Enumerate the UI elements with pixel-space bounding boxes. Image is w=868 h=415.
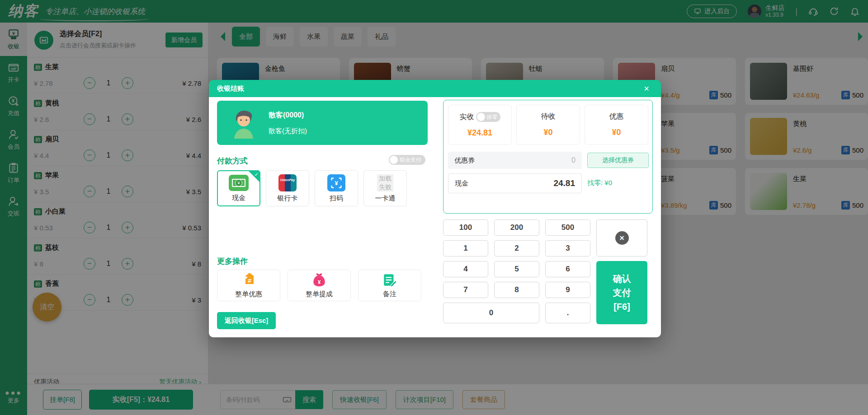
payment-method-onecard[interactable]: 加载失败 一卡通 <box>363 170 407 206</box>
money-bag-icon: ¥ <box>311 272 327 288</box>
key-dot[interactable]: . <box>545 303 590 323</box>
joint-pay-label: 联合支付 <box>400 156 421 164</box>
select-coupon-button[interactable]: 选择优惠券 <box>587 153 649 168</box>
key-100[interactable]: 100 <box>443 219 488 236</box>
received-label: 实收 <box>460 112 474 122</box>
key-6[interactable]: 6 <box>545 261 590 277</box>
member-avatar-illustration <box>228 107 259 139</box>
check-icon: ✓ <box>249 171 259 182</box>
confirm-pay-button[interactable]: 确认支付[F6] <box>596 261 647 324</box>
cash-icon <box>229 175 249 191</box>
back-to-cashier-button[interactable]: 返回收银[Esc] <box>217 312 276 329</box>
payment-summary-box: 实收 抹零 ¥24.81 待收 ¥0 优惠 ¥0 优惠券 0 选择优惠券 现金 … <box>443 100 653 214</box>
note-icon <box>382 272 397 288</box>
discount-stat: 优惠 ¥0 <box>585 105 648 145</box>
order-discount-action[interactable]: 整单优惠 <box>217 270 280 301</box>
key-4[interactable]: 4 <box>443 261 488 277</box>
key-5[interactable]: 5 <box>494 261 539 277</box>
numpad: 100 200 500 ✕ 1 2 3 4 5 6 7 8 9 0 . 确认支付… <box>443 219 653 324</box>
key-1[interactable]: 1 <box>443 240 488 256</box>
key-2[interactable]: 2 <box>494 240 539 256</box>
close-icon[interactable]: × <box>644 84 649 93</box>
payment-method-cash[interactable]: 现金 ✓ <box>217 170 260 206</box>
key-0[interactable]: 0 <box>443 303 539 323</box>
modal-member-name: 散客(0000) <box>269 111 304 120</box>
modal-title: 收银结账 <box>217 84 244 93</box>
toggle-knob <box>390 156 398 164</box>
joint-pay-toggle[interactable]: 联合支付 <box>389 155 425 165</box>
image-load-failed-text: 加载失败 <box>377 174 393 191</box>
payment-method-scan[interactable]: ¥ 扫码 <box>315 170 358 206</box>
received-stat: 实收 抹零 ¥24.81 <box>448 105 512 145</box>
key-200[interactable]: 200 <box>494 219 539 236</box>
svg-text:¥: ¥ <box>335 179 338 186</box>
cash-amount-field[interactable]: 现金 24.81 <box>448 173 582 193</box>
tag-icon <box>241 272 256 288</box>
unionpay-icon: UnionPay <box>278 174 297 191</box>
remark-action[interactable]: 备注 <box>358 270 421 301</box>
toggle-knob <box>477 113 485 121</box>
scan-pay-icon: ¥ <box>327 174 345 191</box>
due-label: 待收 <box>541 112 556 121</box>
key-7[interactable]: 7 <box>443 282 488 298</box>
more-actions-title: 更多操作 <box>217 256 248 266</box>
payment-method-bankcard[interactable]: UnionPay 银行卡 <box>266 170 309 206</box>
payment-method-title: 付款方式 <box>217 156 248 166</box>
rounding-toggle[interactable]: 抹零 <box>476 112 500 122</box>
cash-label: 现金 <box>455 179 468 188</box>
received-value: ¥24.81 <box>448 128 511 138</box>
cash-value: 24.81 <box>553 178 575 188</box>
modal-header: 收银结账 × <box>209 80 661 97</box>
key-9[interactable]: 9 <box>545 282 590 298</box>
coupon-label: 优惠券 <box>454 156 475 165</box>
coupon-row: 优惠券 0 <box>448 152 582 169</box>
key-500[interactable]: 500 <box>545 219 590 236</box>
checkout-modal: 收银结账 × 散客(0000) 散客(无折扣) 付款方式 联合支付 现金 ✓ <box>209 80 661 337</box>
discount-label: 优惠 <box>609 112 624 121</box>
due-value: ¥0 <box>517 128 580 137</box>
key-8[interactable]: 8 <box>494 282 539 298</box>
key-3[interactable]: 3 <box>545 240 590 256</box>
coupon-count: 0 <box>571 156 576 164</box>
modal-member-level: 散客(无折扣) <box>269 127 307 135</box>
svg-text:¥: ¥ <box>318 279 321 285</box>
backspace-icon: ✕ <box>615 231 629 245</box>
order-commission-action[interactable]: ¥ 整单提成 <box>288 270 351 301</box>
discount-value: ¥0 <box>585 128 648 137</box>
change-text: 找零: ¥0 <box>587 179 612 187</box>
backspace-key[interactable]: ✕ <box>596 219 647 256</box>
modal-member-card: 散客(0000) 散客(无折扣) <box>217 101 428 145</box>
due-stat: 待收 ¥0 <box>516 105 580 145</box>
